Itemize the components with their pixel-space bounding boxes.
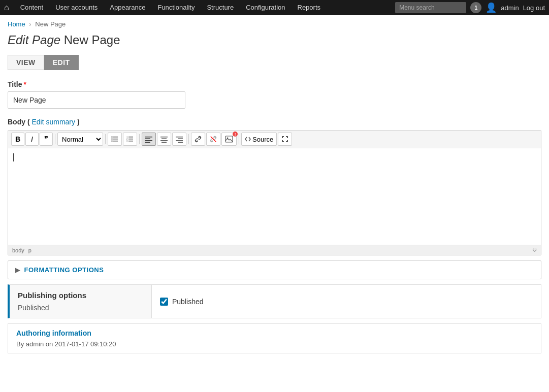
admin-label[interactable]: admin bbox=[501, 4, 519, 12]
publishing-left: Publishing options Published bbox=[10, 285, 152, 318]
authoring-info: By admin on 2017-01-17 09:10:20 bbox=[16, 340, 533, 348]
breadcrumb-current: New Page bbox=[35, 20, 66, 28]
svg-point-4 bbox=[111, 139, 112, 140]
title-label: Title* bbox=[8, 80, 541, 88]
user-count-badge: 1 bbox=[470, 2, 481, 13]
menu-search-input[interactable] bbox=[395, 2, 466, 13]
formatting-options-toggle[interactable]: ▶ FORMATTING OPTIONS bbox=[8, 261, 541, 279]
svg-rect-6 bbox=[128, 137, 133, 138]
svg-rect-7 bbox=[128, 139, 133, 140]
align-left-button[interactable] bbox=[142, 133, 156, 146]
toolbar-separator-4 bbox=[188, 134, 189, 144]
fullscreen-button[interactable] bbox=[278, 133, 292, 146]
tab-edit[interactable]: EDIT bbox=[44, 55, 79, 70]
svg-rect-1 bbox=[113, 139, 118, 140]
link-button[interactable] bbox=[191, 133, 205, 146]
resize-handle[interactable]: ⟱ bbox=[532, 247, 537, 253]
format-select[interactable]: Normal Heading 1 Heading 2 Heading 3 bbox=[57, 133, 103, 146]
body-editor: B I ❞ Normal Heading 1 Heading 2 Heading… bbox=[8, 130, 541, 255]
svg-rect-14 bbox=[145, 140, 152, 141]
editor-content-area[interactable] bbox=[8, 148, 541, 245]
title-field-section: Title* bbox=[0, 80, 549, 109]
nav-item-content[interactable]: Content bbox=[14, 0, 50, 15]
body-label: Body ( Edit summary ) bbox=[8, 118, 541, 126]
svg-rect-0 bbox=[113, 137, 118, 138]
quote-button[interactable]: ❞ bbox=[40, 133, 53, 146]
svg-rect-16 bbox=[160, 137, 168, 138]
bold-button[interactable]: B bbox=[11, 133, 24, 146]
required-indicator: * bbox=[24, 80, 26, 88]
nav-item-structure[interactable]: Structure bbox=[201, 0, 240, 15]
body-tag: body bbox=[12, 247, 24, 253]
svg-point-3 bbox=[111, 137, 112, 138]
svg-point-5 bbox=[111, 141, 112, 142]
formatting-options-section: ▶ FORMATTING OPTIONS bbox=[8, 260, 541, 279]
nav-item-user-accounts[interactable]: User accounts bbox=[49, 0, 104, 15]
toolbar-separator-5 bbox=[239, 134, 239, 144]
svg-text:3: 3 bbox=[126, 140, 128, 142]
unordered-list-button[interactable] bbox=[108, 133, 122, 146]
page-title: Edit Page New Page bbox=[0, 30, 549, 55]
svg-rect-23 bbox=[178, 142, 183, 143]
italic-button[interactable]: I bbox=[25, 133, 39, 146]
nav-item-configuration[interactable]: Configuration bbox=[240, 0, 291, 15]
breadcrumb-separator: › bbox=[29, 20, 31, 28]
authoring-title[interactable]: Authoring information bbox=[16, 329, 533, 337]
published-checkbox-label: Published bbox=[172, 298, 204, 306]
svg-rect-21 bbox=[178, 139, 183, 140]
editor-statusbar: body p ⟱ bbox=[8, 245, 541, 255]
edit-summary-link[interactable]: Edit summary bbox=[31, 118, 75, 126]
unlink-button[interactable] bbox=[206, 133, 220, 146]
logout-button[interactable]: Log out bbox=[523, 4, 545, 12]
formatting-options-label: FORMATTING OPTIONS bbox=[24, 266, 104, 274]
svg-rect-17 bbox=[162, 139, 167, 140]
breadcrumb: Home › New Page bbox=[0, 15, 549, 30]
toolbar-separator-2 bbox=[105, 134, 106, 144]
svg-rect-19 bbox=[162, 142, 167, 143]
nav-item-functionality[interactable]: Functionality bbox=[151, 0, 201, 15]
publishing-status: Published bbox=[18, 304, 143, 312]
toolbar-separator-1 bbox=[55, 134, 55, 144]
title-input[interactable] bbox=[8, 91, 185, 109]
svg-rect-25 bbox=[225, 136, 233, 142]
source-label: Source bbox=[252, 136, 273, 143]
published-checkbox[interactable] bbox=[160, 298, 168, 306]
svg-rect-12 bbox=[145, 137, 152, 138]
statusbar-tags: body p bbox=[12, 247, 31, 253]
tab-bar: VIEW EDIT bbox=[0, 55, 549, 70]
nav-item-reports[interactable]: Reports bbox=[292, 0, 327, 15]
svg-rect-18 bbox=[160, 140, 168, 141]
ordered-list-button[interactable]: 123 bbox=[123, 133, 137, 146]
authoring-section: Authoring information By admin on 2017-0… bbox=[8, 323, 541, 353]
source-button[interactable]: Source bbox=[241, 133, 277, 146]
nav-item-appearance[interactable]: Appearance bbox=[104, 0, 151, 15]
align-right-button[interactable] bbox=[172, 133, 186, 146]
editor-toolbar: B I ❞ Normal Heading 1 Heading 2 Heading… bbox=[8, 130, 541, 148]
publishing-section: Publishing options Published Published bbox=[8, 284, 541, 318]
page-title-prefix: Edit Page bbox=[8, 33, 60, 47]
toggle-arrow: ▶ bbox=[15, 267, 20, 274]
image-button[interactable]: ! bbox=[221, 133, 237, 146]
svg-rect-8 bbox=[128, 141, 133, 142]
toolbar-separator-3 bbox=[139, 134, 140, 144]
home-icon[interactable]: ⌂ bbox=[4, 3, 9, 12]
top-navigation: ⌂ Content User accounts Appearance Funct… bbox=[0, 0, 549, 15]
user-icon: 👤 bbox=[486, 2, 497, 13]
svg-rect-2 bbox=[113, 141, 118, 142]
svg-rect-20 bbox=[176, 137, 183, 138]
align-center-button[interactable] bbox=[157, 133, 171, 146]
svg-rect-13 bbox=[145, 139, 150, 140]
svg-rect-15 bbox=[145, 142, 150, 143]
tab-view[interactable]: VIEW bbox=[8, 55, 44, 70]
cursor bbox=[13, 153, 14, 161]
authoring-inner: Authoring information By admin on 2017-0… bbox=[8, 324, 541, 353]
nav-right: 1 👤 admin Log out bbox=[395, 2, 545, 13]
svg-rect-22 bbox=[176, 140, 183, 141]
p-tag: p bbox=[28, 247, 31, 253]
publishing-title: Publishing options bbox=[18, 291, 143, 300]
breadcrumb-home-link[interactable]: Home bbox=[8, 20, 25, 28]
publishing-right: Published bbox=[152, 285, 212, 318]
publishing-inner: Publishing options Published Published bbox=[10, 285, 541, 318]
